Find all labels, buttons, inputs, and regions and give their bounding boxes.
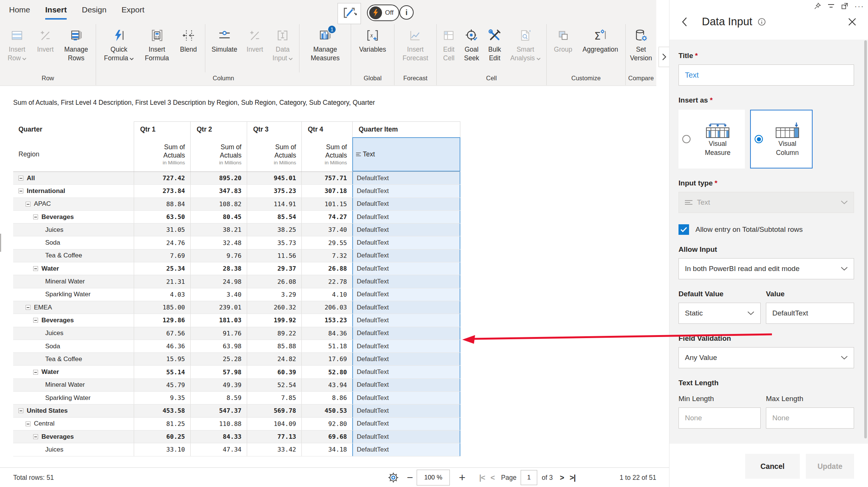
- value-cell[interactable]: 29.37: [247, 262, 301, 275]
- value-cell[interactable]: 91.76: [190, 327, 247, 340]
- value-cell[interactable]: 24.82: [247, 353, 301, 365]
- text-cell[interactable]: DefaultText: [352, 275, 460, 288]
- value-cell[interactable]: 63.98: [190, 340, 247, 352]
- value-cell[interactable]: 15.95: [134, 353, 190, 365]
- value-cell[interactable]: 153.23: [301, 314, 352, 326]
- value-cell[interactable]: 29.55: [301, 236, 352, 249]
- tab-home[interactable]: Home: [9, 5, 30, 20]
- value-cell[interactable]: 3.29: [247, 288, 301, 301]
- text-cell[interactable]: DefaultText: [352, 327, 460, 340]
- value-cell[interactable]: 9.76: [190, 250, 247, 262]
- value-cell[interactable]: 31.05: [134, 224, 190, 236]
- radio-unselected-icon[interactable]: [682, 135, 691, 143]
- edit-mode-button[interactable]: [338, 3, 361, 24]
- value-cell[interactable]: 21.31: [134, 275, 190, 288]
- group-button[interactable]: Group: [551, 24, 575, 72]
- smart-analysis-button[interactable]: SmartAnalysis: [507, 24, 543, 72]
- text-cell[interactable]: DefaultText: [352, 262, 460, 275]
- panel-info-icon[interactable]: [758, 18, 766, 26]
- row-label-cell[interactable]: International: [13, 185, 134, 197]
- value-cell[interactable]: 49.39: [190, 379, 247, 391]
- row-label-cell[interactable]: Beverages: [13, 314, 134, 326]
- row-label-cell[interactable]: Water: [13, 262, 134, 275]
- min-length-input[interactable]: [679, 407, 761, 429]
- value-cell[interactable]: 17.69: [301, 353, 352, 365]
- allow-entry-checkbox[interactable]: [679, 224, 689, 235]
- value-cell[interactable]: 77.13: [247, 430, 301, 443]
- text-cell[interactable]: DefaultText: [352, 185, 460, 197]
- row-label-cell[interactable]: Juices: [13, 327, 134, 340]
- value-cell[interactable]: 375.23: [247, 185, 301, 197]
- value-cell[interactable]: 35.73: [247, 236, 301, 249]
- collapse-icon[interactable]: [33, 434, 38, 439]
- value-cell[interactable]: 8.59: [190, 392, 247, 404]
- visual-column-option[interactable]: VisualColumn: [750, 110, 813, 168]
- invert-column-button[interactable]: Invert: [244, 24, 266, 72]
- value-cell[interactable]: 81.25: [134, 418, 190, 430]
- value-cell[interactable]: 108.82: [190, 198, 247, 210]
- set-version-button[interactable]: SetVersion: [627, 24, 655, 72]
- measure-header[interactable]: Sum ofActualsin Millions: [134, 137, 190, 172]
- text-cell[interactable]: DefaultText: [352, 430, 460, 443]
- value-cell[interactable]: 38.21: [190, 224, 247, 236]
- column-header[interactable]: Qtr 2: [190, 121, 247, 137]
- default-value-dropdown[interactable]: Static: [679, 303, 761, 324]
- value-cell[interactable]: 34.18: [301, 443, 352, 456]
- value-cell[interactable]: 24.98: [190, 275, 247, 288]
- text-cell[interactable]: DefaultText: [352, 392, 460, 404]
- value-cell[interactable]: 46.36: [134, 340, 190, 352]
- value-cell[interactable]: 450.53: [301, 404, 352, 417]
- panel-scrollbar[interactable]: [864, 40, 867, 438]
- value-cell[interactable]: 273.84: [134, 185, 190, 197]
- value-cell[interactable]: 47.34: [190, 443, 247, 456]
- row-label-cell[interactable]: Tea & Coffee: [13, 250, 134, 262]
- row-label-cell[interactable]: Beverages: [13, 211, 134, 223]
- column-header[interactable]: Quarter: [13, 121, 134, 137]
- info-button[interactable]: i: [399, 5, 414, 20]
- collapse-icon[interactable]: [26, 202, 31, 207]
- value-cell[interactable]: 129.86: [134, 314, 190, 326]
- value-cell[interactable]: 453.58: [134, 404, 190, 417]
- text-cell[interactable]: DefaultText: [352, 288, 460, 301]
- previous-page-button[interactable]: <: [491, 468, 495, 487]
- invert-row-button[interactable]: Invert: [34, 24, 57, 72]
- tab-design[interactable]: Design: [82, 5, 106, 20]
- live-toggle[interactable]: Off: [367, 5, 399, 21]
- edit-cell-button[interactable]: EditCell: [439, 24, 458, 72]
- value-cell[interactable]: 85.88: [247, 340, 301, 352]
- value-cell[interactable]: 7.85: [247, 392, 301, 404]
- value-cell[interactable]: 22.78: [301, 275, 352, 288]
- value-cell[interactable]: 33.10: [134, 443, 190, 456]
- insert-row-button[interactable]: InsertRow: [5, 24, 29, 72]
- default-text-input[interactable]: [766, 303, 854, 324]
- value-cell[interactable]: 101.15: [301, 198, 352, 210]
- value-cell[interactable]: 51.18: [301, 340, 352, 352]
- column-header[interactable]: Qtr 3: [247, 121, 301, 137]
- measure-header[interactable]: Sum ofActualsin Millions: [301, 137, 352, 172]
- blend-button[interactable]: Blend: [177, 24, 200, 72]
- row-label-cell[interactable]: United States: [13, 404, 134, 417]
- value-cell[interactable]: 89.22: [247, 327, 301, 340]
- collapse-icon[interactable]: [18, 188, 23, 193]
- value-cell[interactable]: 3.40: [190, 288, 247, 301]
- value-cell[interactable]: 110.88: [190, 418, 247, 430]
- next-page-button[interactable]: >: [560, 468, 564, 487]
- value-cell[interactable]: 11.56: [247, 250, 301, 262]
- value-cell[interactable]: 52.54: [247, 379, 301, 391]
- measure-header[interactable]: Sum ofActualsin Millions: [190, 137, 247, 172]
- row-label-cell[interactable]: Sparkling Water: [13, 392, 134, 404]
- value-cell[interactable]: 80.45: [190, 211, 247, 223]
- row-label-cell[interactable]: APAC: [13, 198, 134, 210]
- value-cell[interactable]: 239.01: [190, 301, 247, 314]
- value-cell[interactable]: 88.84: [134, 198, 190, 210]
- value-cell[interactable]: 7.32: [301, 250, 352, 262]
- value-cell[interactable]: 185.00: [134, 301, 190, 314]
- goal-seek-button[interactable]: GoalSeek: [461, 24, 482, 72]
- text-cell[interactable]: DefaultText: [352, 404, 460, 417]
- aggregation-button[interactable]: Σ Aggregation: [579, 24, 621, 72]
- value-cell[interactable]: 24.76: [134, 236, 190, 249]
- value-cell[interactable]: 181.03: [190, 314, 247, 326]
- value-cell[interactable]: 92.80: [301, 418, 352, 430]
- row-dimension-label[interactable]: Region: [13, 137, 134, 172]
- value-cell[interactable]: 114.91: [247, 198, 301, 210]
